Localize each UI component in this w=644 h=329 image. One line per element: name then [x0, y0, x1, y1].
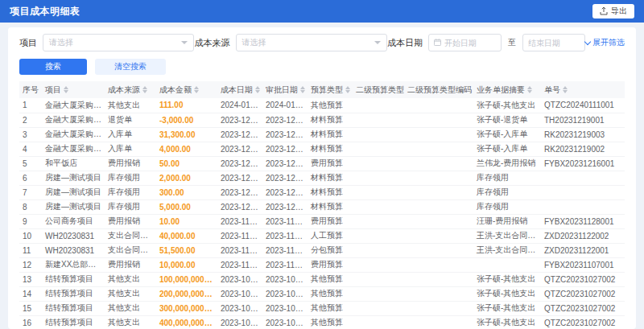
sort-icon[interactable]: [255, 86, 260, 93]
cell-approve_date: 2023-10-27: [262, 301, 308, 315]
date-start-box[interactable]: [428, 34, 502, 51]
export-button[interactable]: 导出: [592, 4, 634, 19]
column-header[interactable]: 二级预算类型: [353, 81, 404, 98]
column-header[interactable]: 审批日期: [262, 81, 308, 98]
cell-doc_title: 张子硕-其他支出: [473, 286, 541, 301]
cell-approve_date: 2023-11-07: [262, 257, 308, 272]
table-row[interactable]: 3金融大厦采购项目入库单31,300.002023-12-192023-12-1…: [19, 127, 625, 142]
cell-cost_date: 2023-10-27: [217, 286, 262, 301]
search-button[interactable]: 搜索: [19, 59, 87, 75]
cell-budget_type: 材料预算: [308, 185, 353, 199]
table-row[interactable]: 5和平饭店费用报销50.002023-12-162023-12-16费用预算兰伟…: [19, 156, 625, 171]
cell-sub_code: [404, 185, 473, 199]
source-select-placeholder: 请选择: [242, 37, 266, 48]
source-select[interactable]: 请选择: [236, 34, 387, 51]
cell-no: 13: [19, 272, 42, 286]
chevron-down-icon: [584, 38, 591, 44]
export-icon: [600, 7, 608, 15]
cell-amount: 5,000.00: [156, 199, 217, 214]
cell-project: 房建—测试项目: [42, 171, 105, 185]
table-row[interactable]: 8房建—测试项目库存领用5,000.002023-12-112023-12-11…: [19, 199, 625, 214]
sort-icon[interactable]: [64, 86, 68, 93]
cell-budget_type: 材料预算: [308, 113, 353, 127]
cell-amount: 2,000.00: [156, 171, 217, 185]
cell-source: 库存领用: [105, 171, 156, 185]
column-label: 预算类型: [311, 85, 343, 94]
column-label: 单号: [544, 85, 560, 94]
cell-cost_date: 2023-12-11: [217, 185, 262, 199]
table-row[interactable]: 4金融大厦采购项目入库单4,000.002023-12-192023-12-19…: [19, 142, 625, 156]
cell-no: 5: [19, 156, 42, 171]
column-header[interactable]: 单号: [541, 81, 625, 98]
column-header[interactable]: 二级预算类型编码: [404, 81, 473, 98]
table-row[interactable]: 9公司商务项目费用报销10.002023-11-282023-11-28费用预算…: [19, 214, 625, 228]
cell-sub_code: [404, 199, 473, 214]
column-header[interactable]: 项目: [42, 81, 105, 98]
cell-budget_type: 费用预算: [308, 214, 353, 228]
date-end-input[interactable]: [528, 39, 580, 47]
cell-sub_code: [404, 228, 473, 243]
cell-no: 8: [19, 199, 42, 214]
table-row[interactable]: 2金融大厦采购项目退货单-3,000.002023-12-192023-12-1…: [19, 113, 625, 127]
cell-cost_date: 2023-12-16: [217, 156, 262, 171]
sort-icon[interactable]: [563, 86, 568, 93]
cell-budget_type: 材料预算: [308, 127, 353, 142]
filter-bar: 项目 请选择 成本来源 请选择 成本日期 至: [19, 34, 625, 51]
cell-no: 11: [19, 243, 42, 257]
cell-approve_date: 2023-10-27: [262, 315, 308, 329]
column-header[interactable]: 成本来源: [105, 81, 156, 98]
column-header[interactable]: 成本金额: [156, 81, 217, 98]
column-label: 序号: [23, 85, 39, 94]
table-row[interactable]: 16结转预算项目其他支出400,000,000.002023-10-272023…: [19, 315, 625, 329]
cell-doc_title: 兰伟龙-费用报销: [473, 156, 541, 171]
cell-doc_no: TH20231219001: [541, 113, 625, 127]
table-row[interactable]: 1金融大厦采购项目其他支出111.002024-01-112024-01-11其…: [19, 98, 625, 113]
cell-sub_type: [353, 185, 404, 199]
column-header[interactable]: 成本日期: [217, 81, 262, 98]
column-header[interactable]: 预算类型: [308, 81, 353, 98]
cell-source: 支出合同执行: [105, 228, 156, 243]
column-header[interactable]: 业务单据摘要: [473, 81, 541, 98]
date-start-input[interactable]: [444, 39, 496, 47]
clear-search-button[interactable]: 清空搜索: [95, 59, 166, 75]
column-label: 审批日期: [266, 85, 298, 94]
cell-no: 9: [19, 214, 42, 228]
sort-icon[interactable]: [142, 86, 147, 93]
cell-sub_type: [353, 156, 404, 171]
column-label: 成本日期: [221, 85, 253, 94]
table-row[interactable]: 10WH20230831支出合同执行40,000.002023-11-22202…: [19, 228, 625, 243]
expand-filter-link[interactable]: 展开筛选: [585, 37, 625, 48]
table-row[interactable]: 15结转预算项目其他支出300,000,000.002023-10-272023…: [19, 301, 625, 315]
cell-sub_code: [404, 315, 473, 329]
cell-no: 15: [19, 301, 42, 315]
cell-sub_type: [353, 98, 404, 113]
cell-sub_code: [404, 171, 473, 185]
table-row[interactable]: 13结转预算项目其他支出100,000,000.002023-10-272023…: [19, 272, 625, 286]
column-label: 二级预算类型编码: [407, 85, 472, 94]
table-row[interactable]: 14结转预算项目其他支出200,000,000.002023-10-272023…: [19, 286, 625, 301]
sort-icon[interactable]: [300, 86, 305, 93]
table-row[interactable]: 7房建—测试项目库存领用300.002023-12-112023-12-11材料…: [19, 185, 625, 199]
project-select[interactable]: 请选择: [43, 34, 194, 51]
table-row[interactable]: 11WH20230831支出合同执行51,500.002023-11-22202…: [19, 243, 625, 257]
cell-source: 入库单: [105, 127, 156, 142]
cell-doc_title: 库存领用: [473, 199, 541, 214]
sort-icon[interactable]: [527, 86, 532, 93]
cell-doc_no: QTZC20231027002: [541, 272, 625, 286]
project-filter-label: 项目: [19, 37, 37, 49]
cell-doc_no: RK20231219003: [541, 127, 625, 142]
cell-sub_type: [353, 315, 404, 329]
cell-cost_date: 2023-11-22: [217, 228, 262, 243]
cell-amount: 100,000,000.00: [156, 272, 217, 286]
cell-cost_date: 2023-11-07: [217, 257, 262, 272]
sort-icon[interactable]: [345, 86, 350, 93]
table-row[interactable]: 6房建—测试项目库存领用2,000.002023-12-112023-12-11…: [19, 171, 625, 185]
cell-project: 结转预算项目: [42, 315, 105, 329]
table-row[interactable]: 12新建XX总部大厦工程二期费用报销10,000.002023-11-07202…: [19, 257, 625, 272]
cell-amount: 400,000,000.00: [156, 315, 217, 329]
date-end-box[interactable]: [522, 34, 585, 51]
cell-budget_type: 分包预算: [308, 243, 353, 257]
sort-icon[interactable]: [194, 86, 199, 93]
cell-doc_title: [473, 257, 541, 272]
cell-sub_type: [353, 228, 404, 243]
